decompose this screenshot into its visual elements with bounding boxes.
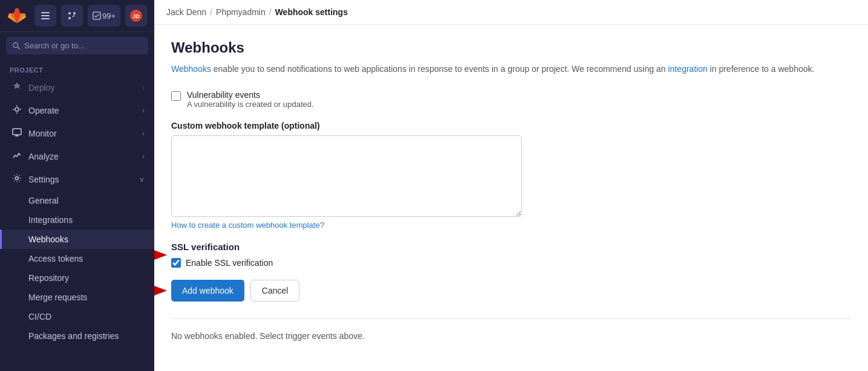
vulnerability-checkbox[interactable] [171,91,181,101]
search-icon [12,42,21,50]
sidebar-sub-general[interactable]: General [0,191,154,210]
repository-label: Repository [28,273,69,283]
search-bar[interactable]: Search or go to... [6,37,148,54]
svg-point-5 [68,17,71,19]
sidebar-sub-merge-requests[interactable]: Merge requests [0,288,154,307]
arrow-ssl [154,248,168,262]
sidebar-sub-packages[interactable]: Packages and registries [0,326,154,346]
svg-point-11 [15,108,19,111]
operate-chevron: › [142,106,145,115]
monitor-label: Monitor [28,129,136,138]
ssl-section: SSL verification Enable SSL verification [171,242,851,268]
avatar-btn[interactable]: JD [125,5,147,27]
sidebar-sub-integrations[interactable]: Integrations [0,210,154,230]
packages-label: Packages and registries [28,331,119,341]
custom-template-label: Custom webhook template (optional) [171,121,851,131]
sidebar-panel-btn[interactable] [34,5,56,27]
sidebar: 99+ JD Search or go to... Project Deploy… [0,0,154,371]
svg-rect-12 [13,129,21,135]
integration-link[interactable]: integration [668,64,707,74]
operate-label: Operate [28,106,136,115]
search-label: Search or go to... [24,41,85,50]
custom-template-section: Custom webhook template (optional) How t… [171,121,851,230]
operate-icon [11,105,22,117]
breadcrumb-user[interactable]: Jack Denn [166,7,206,17]
svg-line-10 [18,47,20,49]
btn-row: Add webhook Cancel [171,280,851,302]
settings-icon [11,173,22,186]
merge-requests-btn[interactable] [61,5,83,27]
webhooks-label: Webhooks [28,234,68,244]
vulnerability-section: Vulnerability events A vulnerability is … [171,90,851,109]
breadcrumb-current: Webhook settings [275,7,348,17]
sidebar-sub-cicd[interactable]: CI/CD [0,307,154,326]
sidebar-topbar: 99+ JD [0,0,154,32]
monitor-chevron: › [142,129,145,138]
custom-template-help-link[interactable]: How to create a custom webhook template? [171,221,324,230]
analyze-chevron: › [142,152,145,161]
custom-template-textarea[interactable] [171,135,522,217]
sidebar-sub-webhooks[interactable]: Webhooks [0,230,154,249]
ssl-enable-label[interactable]: Enable SSL verification [186,258,273,268]
svg-rect-2 [41,18,50,19]
deploy-chevron: › [142,83,145,92]
analyze-label: Analyze [28,152,136,161]
breadcrumb-sep2: / [269,7,272,17]
cancel-button[interactable]: Cancel [250,280,300,302]
page-title: Webhooks [171,39,851,56]
sidebar-item-operate[interactable]: Operate › [0,99,154,122]
cicd-label: CI/CD [28,312,51,321]
svg-text:JD: JD [132,13,140,19]
sidebar-item-monitor[interactable]: Monitor › [0,122,154,145]
svg-point-3 [68,12,71,15]
sidebar-sub-repository[interactable]: Repository [0,268,154,288]
vulnerability-label[interactable]: Vulnerability events [187,90,260,100]
analyze-icon [11,150,22,163]
ssl-title: SSL verification [171,242,851,252]
vulnerability-checkbox-row: Vulnerability events A vulnerability is … [171,90,851,109]
intro-text: Webhooks enable you to send notification… [171,62,851,76]
svg-point-4 [73,12,76,15]
sidebar-sub-access-tokens[interactable]: Access tokens [0,249,154,268]
sidebar-top-icons: 99+ JD [34,5,147,27]
monitor-icon [11,127,22,140]
gitlab-logo [7,6,27,25]
merge-requests-label: Merge requests [28,292,87,302]
add-webhook-button[interactable]: Add webhook [171,280,244,302]
project-section-label: Project [0,59,154,76]
main-content: Jack Denn / Phpmyadmin / Webhook setting… [154,0,868,371]
webhooks-intro-link[interactable]: Webhooks [171,64,211,74]
settings-chevron: ∨ [139,175,145,184]
breadcrumb: Jack Denn / Phpmyadmin / Webhook setting… [154,0,868,25]
ssl-checkbox-row: Enable SSL verification [171,258,851,268]
svg-rect-1 [41,15,50,16]
access-tokens-label: Access tokens [28,254,83,263]
sidebar-item-settings[interactable]: Settings ∨ [0,168,154,191]
no-webhooks-text: No webhooks enabled. Select trigger even… [171,318,851,346]
svg-rect-0 [41,12,50,13]
general-label: General [28,196,59,205]
content-area: Webhooks Webhooks enable you to send not… [154,25,868,371]
ssl-checkbox[interactable] [171,258,181,268]
breadcrumb-sep1: / [210,7,212,17]
vulnerability-desc: A vulnerability is created or updated. [187,100,314,109]
integrations-label: Integrations [28,215,73,225]
svg-point-13 [16,177,19,180]
deploy-icon [11,82,22,94]
settings-label: Settings [28,175,133,184]
sidebar-item-analyze[interactable]: Analyze › [0,145,154,168]
deploy-label: Deploy [28,83,136,92]
todo-btn[interactable]: 99+ [88,5,120,27]
breadcrumb-project[interactable]: Phpmyadmin [216,7,266,17]
sidebar-item-deploy[interactable]: Deploy › [0,76,154,99]
badge-count: 99+ [102,11,116,21]
arrow-add-webhook [154,283,168,298]
